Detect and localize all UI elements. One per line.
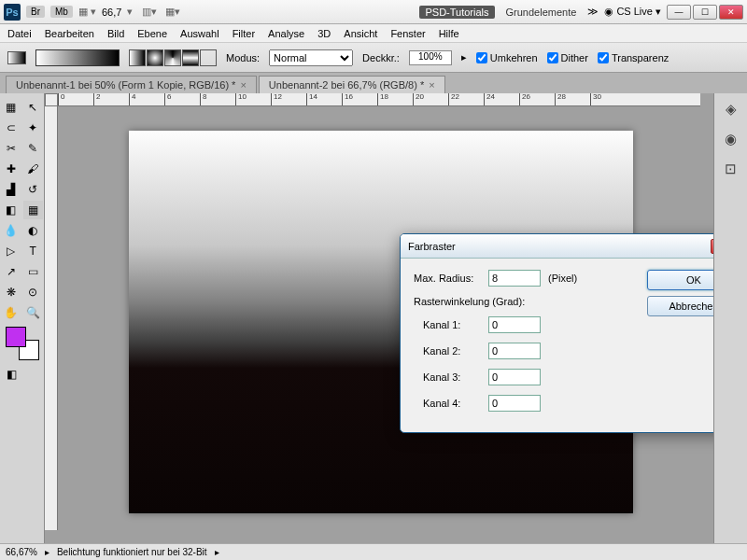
close-icon[interactable]: ×: [240, 79, 246, 91]
3d-tool-icon[interactable]: ❋: [1, 283, 21, 301]
cancel-button[interactable]: Abbrechen: [647, 296, 713, 316]
kanal3-input[interactable]: [488, 369, 541, 385]
zoom-tool-icon[interactable]: 🔍: [23, 303, 44, 322]
dialog-close-button[interactable]: ✕: [711, 239, 713, 254]
reverse-checkbox[interactable]: Umkehren: [476, 52, 538, 63]
titlebar-sep: ▦ ▾: [78, 6, 96, 18]
ruler-corner: [45, 93, 58, 106]
status-zoom[interactable]: 66,67%: [6, 547, 37, 557]
gradient-radial-icon[interactable]: [147, 49, 163, 66]
gradient-tool-icon[interactable]: ▦: [23, 201, 44, 219]
blur-tool-icon[interactable]: 💧: [1, 221, 21, 240]
lasso-tool-icon[interactable]: ⊂: [1, 119, 21, 137]
wand-tool-icon[interactable]: ✦: [23, 119, 44, 137]
type-tool-icon[interactable]: T: [23, 242, 44, 260]
gradient-reflected-icon[interactable]: [182, 49, 199, 66]
status-flyout-icon[interactable]: ▸: [215, 547, 219, 557]
layers-panel-icon[interactable]: ◈: [721, 99, 741, 119]
menu-fenster[interactable]: Fenster: [390, 28, 425, 39]
ruler-horizontal[interactable]: 024681012141618202224262830: [58, 93, 700, 106]
document-tabs: Unbenannt-1 bei 50% (Form 1 Kopie, RGB/1…: [0, 73, 747, 93]
maximize-button[interactable]: ☐: [693, 5, 717, 20]
heal-tool-icon[interactable]: ✚: [1, 160, 21, 178]
opacity-label: Deckkr.:: [362, 52, 400, 63]
menu-bild[interactable]: Bild: [107, 28, 124, 39]
app-icon: Ps: [4, 4, 21, 21]
gradient-diamond-icon[interactable]: [200, 49, 217, 66]
crop-tool-icon[interactable]: ✂: [1, 139, 21, 158]
gradient-linear-icon[interactable]: [129, 49, 146, 66]
gradient-picker[interactable]: [35, 49, 120, 66]
gradient-type-group: [129, 49, 217, 66]
bridge-chip[interactable]: Br: [26, 6, 45, 18]
tool-preset-icon[interactable]: [7, 51, 26, 64]
camera-tool-icon[interactable]: ⊙: [23, 283, 44, 301]
menu-3d[interactable]: 3D: [317, 28, 331, 39]
workspace-other[interactable]: Grundelemente: [500, 6, 583, 19]
menu-auswahl[interactable]: Auswahl: [180, 28, 219, 39]
close-icon[interactable]: ×: [429, 79, 434, 91]
opacity-flyout-icon[interactable]: ▸: [461, 51, 467, 63]
menu-datei[interactable]: Datei: [7, 28, 32, 39]
eraser-tool-icon[interactable]: ◧: [1, 201, 21, 219]
workspace-more-icon[interactable]: ≫: [587, 6, 599, 18]
dither-checkbox[interactable]: Dither: [547, 52, 588, 63]
ok-button[interactable]: OK: [647, 270, 713, 290]
brush-tool-icon[interactable]: 🖌: [23, 160, 44, 178]
close-button[interactable]: ✕: [719, 5, 743, 20]
transparency-checkbox[interactable]: Transparenz: [598, 52, 669, 63]
marquee-tool-icon[interactable]: ↖: [23, 98, 44, 117]
mode-select[interactable]: Normal: [269, 49, 353, 66]
menu-bearbeiten[interactable]: Bearbeiten: [45, 28, 94, 39]
path-tool-icon[interactable]: ↗: [1, 262, 21, 281]
toolbox: ▦↖ ⊂✦ ✂✎ ✚🖌 ▟↺ ◧▦ 💧◐ ▷T ↗▭ ❋⊙ ✋🔍 ◧: [0, 93, 45, 543]
dialog-title: Farbraster: [408, 241, 456, 252]
canvas-area: 024681012141618202224262830 Farbraster ✕…: [45, 93, 713, 543]
panel-dock: ◈ ◉ ⊡: [713, 93, 747, 543]
kanal2-label: Kanal 2:: [414, 345, 481, 357]
max-radius-input[interactable]: [488, 270, 541, 287]
menu-analyse[interactable]: Analyse: [268, 28, 304, 39]
history-brush-tool-icon[interactable]: ↺: [23, 180, 44, 199]
mode-label: Modus:: [226, 52, 260, 63]
cslive-button[interactable]: ◉ CS Live ▾: [604, 6, 661, 18]
menubar: Datei Bearbeiten Bild Ebene Auswahl Filt…: [0, 24, 747, 43]
ruler-vertical[interactable]: [45, 106, 58, 530]
kanal4-input[interactable]: [488, 395, 541, 412]
status-message: Belichtung funktioniert nur bei 32-Bit: [57, 547, 207, 557]
raster-angle-label: Rasterwinkelung (Grad):: [414, 296, 634, 307]
kanal1-input[interactable]: [488, 316, 541, 333]
menu-filter[interactable]: Filter: [233, 28, 255, 39]
menu-ansicht[interactable]: Ansicht: [344, 28, 377, 39]
pen-tool-icon[interactable]: ▷: [1, 242, 21, 260]
dialog-titlebar[interactable]: Farbraster ✕: [401, 234, 713, 259]
status-scrub-icon[interactable]: ▸: [45, 547, 49, 557]
minimize-button[interactable]: —: [667, 5, 691, 20]
quickmask-icon[interactable]: ◧: [1, 365, 21, 384]
eyedropper-tool-icon[interactable]: ✎: [23, 139, 44, 158]
gradient-angle-icon[interactable]: [164, 49, 181, 66]
titlebar-controls[interactable]: ▾ ▥▾ ▦▾: [127, 6, 179, 18]
max-radius-label: Max. Radius:: [414, 273, 481, 284]
stamp-tool-icon[interactable]: ▟: [1, 180, 21, 199]
titlebar: Ps Br Mb ▦ ▾ 66,7 ▾ ▥▾ ▦▾ PSD-Tutorials …: [0, 0, 747, 24]
move-tool-icon[interactable]: ▦: [1, 98, 21, 117]
color-swatches[interactable]: [6, 327, 39, 360]
hand-tool-icon[interactable]: ✋: [1, 303, 21, 322]
document-tab[interactable]: Unbenannt-1 bei 50% (Form 1 Kopie, RGB/1…: [6, 76, 257, 93]
zoom-display[interactable]: 66,7: [102, 7, 121, 18]
mb-chip[interactable]: Mb: [50, 6, 73, 18]
opacity-input[interactable]: 100%: [409, 50, 452, 65]
menu-hilfe[interactable]: Hilfe: [439, 28, 459, 39]
kanal2-input[interactable]: [488, 343, 541, 359]
foreground-swatch[interactable]: [6, 327, 26, 347]
farbraster-dialog: Farbraster ✕ Max. Radius: (Pixel) Raster…: [400, 233, 713, 433]
channels-panel-icon[interactable]: ◉: [721, 129, 741, 149]
menu-ebene[interactable]: Ebene: [137, 28, 167, 39]
workspace-active[interactable]: PSD-Tutorials: [419, 6, 494, 19]
shape-tool-icon[interactable]: ▭: [23, 262, 44, 281]
dodge-tool-icon[interactable]: ◐: [23, 221, 44, 240]
options-bar: Modus: Normal Deckkr.: 100%▸ Umkehren Di…: [0, 43, 747, 73]
document-tab[interactable]: Unbenannt-2 bei 66,7% (RGB/8) *×: [259, 76, 445, 93]
paths-panel-icon[interactable]: ⊡: [721, 159, 741, 179]
